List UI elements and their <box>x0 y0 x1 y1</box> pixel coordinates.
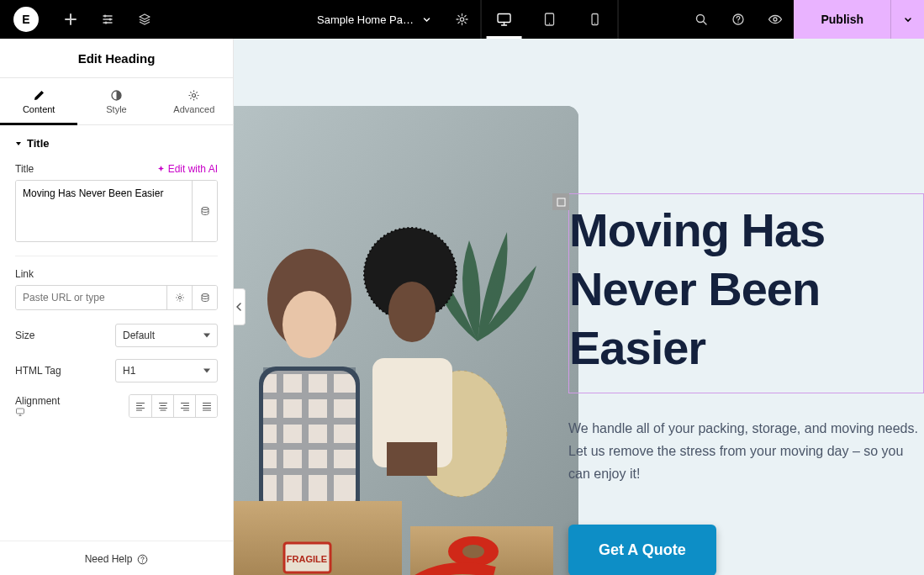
hero-heading[interactable]: Moving Has Never Been Easier <box>569 201 923 377</box>
layers-icon <box>138 13 151 26</box>
sliders-icon <box>101 13 114 26</box>
responsive-switcher <box>482 0 618 39</box>
heading-widget-selected[interactable]: Moving Has Never Been Easier <box>568 193 924 393</box>
add-element-button[interactable] <box>52 0 89 39</box>
title-input[interactable] <box>16 181 192 241</box>
size-label: Size <box>15 330 34 341</box>
top-bar: E Sample Home Pa… <box>0 0 924 39</box>
plus-icon <box>64 13 77 26</box>
link-input[interactable] <box>16 286 166 309</box>
mobile-view-button[interactable] <box>573 0 618 39</box>
align-center-icon <box>158 401 168 411</box>
publish-options-button[interactable] <box>890 0 924 39</box>
svg-rect-32 <box>387 442 437 476</box>
edit-handle-icon <box>557 198 566 207</box>
alignment-group <box>129 394 218 418</box>
svg-point-15 <box>202 208 209 210</box>
desktop-icon <box>496 11 513 28</box>
panel-tabs: Content Style Advanced <box>0 78 233 125</box>
quote-button[interactable]: Get A Quote <box>568 525 716 575</box>
site-settings-button[interactable] <box>89 0 126 39</box>
need-help-link[interactable]: Need Help <box>0 541 233 575</box>
structure-button[interactable] <box>126 0 163 39</box>
svg-point-38 <box>462 545 484 558</box>
svg-text:FRAGILE: FRAGILE <box>287 554 327 564</box>
tablet-view-button[interactable] <box>527 0 573 39</box>
responsive-indicator-icon[interactable] <box>15 407 66 417</box>
align-left-icon <box>135 401 145 411</box>
chevron-left-icon <box>236 303 242 311</box>
link-options-button[interactable] <box>166 286 192 309</box>
database-icon <box>200 206 210 216</box>
section-title-toggle[interactable]: Title <box>15 137 218 150</box>
collapse-sidebar-handle[interactable] <box>234 288 246 325</box>
svg-point-11 <box>738 22 739 23</box>
gear-icon <box>175 293 185 303</box>
align-left-button[interactable] <box>129 395 151 417</box>
htmltag-select[interactable]: H1 <box>115 359 218 382</box>
page-selector[interactable]: Sample Home Pa… <box>305 13 444 26</box>
svg-point-6 <box>549 23 550 24</box>
dynamic-tags-button[interactable] <box>192 181 217 241</box>
preview-button[interactable] <box>757 0 794 39</box>
tab-advanced[interactable]: Advanced <box>156 78 233 124</box>
hero-text-column: Moving Has Never Been Easier We handle a… <box>568 193 924 575</box>
svg-point-25 <box>282 291 336 358</box>
mobile-icon <box>589 13 602 26</box>
htmltag-label: HTML Tag <box>15 365 61 377</box>
sparkle-icon <box>156 165 166 174</box>
svg-point-3 <box>461 18 464 21</box>
svg-rect-4 <box>498 14 510 23</box>
svg-rect-18 <box>17 409 24 414</box>
eye-icon <box>768 12 783 27</box>
preview-canvas: FRAGILE Moving Has Never Been Easier We … <box>234 39 924 575</box>
desktop-view-button[interactable] <box>482 0 527 39</box>
svg-point-16 <box>178 296 181 298</box>
finder-button[interactable] <box>683 0 720 39</box>
panel-title: Edit Heading <box>0 39 233 78</box>
align-center-button[interactable] <box>151 395 173 417</box>
edit-with-ai-link[interactable]: Edit with AI <box>156 163 218 175</box>
align-justify-button[interactable] <box>195 395 217 417</box>
gear-icon <box>456 13 469 26</box>
topbar-center: Sample Home Pa… <box>305 0 619 39</box>
hero-image: FRAGILE <box>234 106 578 575</box>
chevron-down-icon <box>903 14 913 24</box>
dynamic-tags-button[interactable] <box>192 286 217 309</box>
topbar-right: Publish <box>683 0 924 39</box>
svg-rect-39 <box>557 198 565 206</box>
tab-style[interactable]: Style <box>77 78 155 124</box>
svg-point-17 <box>202 294 209 297</box>
svg-point-1 <box>109 18 112 21</box>
help-button[interactable] <box>720 0 757 39</box>
database-icon <box>200 293 210 303</box>
search-icon <box>694 13 708 26</box>
help-icon <box>731 13 745 26</box>
svg-point-2 <box>105 22 108 24</box>
chevron-down-icon <box>422 14 432 24</box>
svg-point-30 <box>388 282 436 342</box>
svg-point-14 <box>193 93 196 97</box>
widget-handle[interactable] <box>552 193 569 210</box>
style-icon <box>110 89 123 102</box>
hero-paragraph[interactable]: We handle all of your packing, storage, … <box>568 417 924 486</box>
align-justify-icon <box>202 401 212 411</box>
size-select[interactable]: Default <box>115 324 218 347</box>
svg-point-12 <box>774 18 777 21</box>
help-icon <box>137 554 148 565</box>
title-field-label: Title <box>15 163 34 175</box>
tab-content[interactable]: Content <box>0 78 77 124</box>
link-field-label: Link <box>15 268 34 280</box>
tablet-icon <box>542 12 557 27</box>
page-settings-button[interactable] <box>444 0 481 39</box>
caret-down-icon <box>15 140 22 147</box>
align-right-icon <box>180 401 190 411</box>
editor-sidebar: Edit Heading Content Style Advanced Titl… <box>0 39 234 575</box>
publish-button[interactable]: Publish <box>794 0 890 39</box>
panel-body: Title Title Edit with AI <box>0 125 233 541</box>
align-right-button[interactable] <box>173 395 195 417</box>
elementor-logo[interactable]: E <box>13 7 39 32</box>
svg-point-8 <box>594 23 595 24</box>
topbar-left: E <box>0 0 163 39</box>
alignment-label: Alignment <box>15 395 66 417</box>
